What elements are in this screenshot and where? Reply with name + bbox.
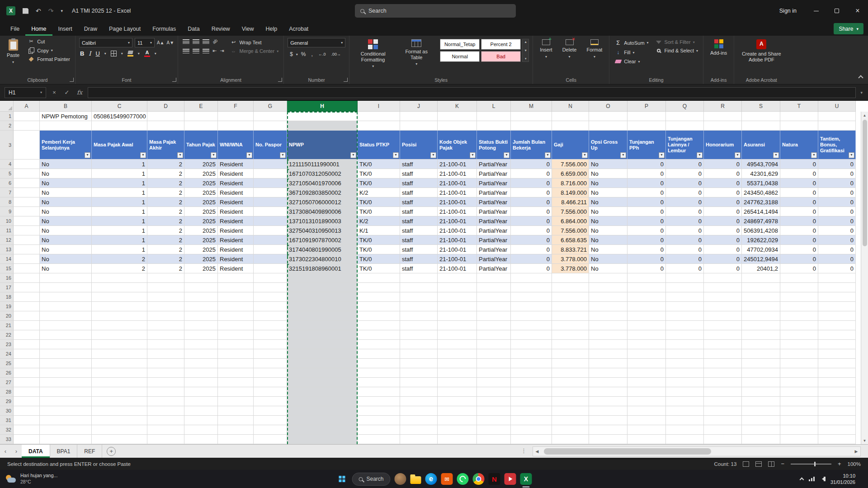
increase-decimal-icon[interactable]: ←.0 bbox=[316, 52, 328, 56]
cell-T1[interactable] bbox=[780, 112, 818, 121]
cell-S30[interactable] bbox=[742, 406, 780, 416]
cell-R29[interactable] bbox=[704, 397, 742, 406]
cell-I29[interactable] bbox=[358, 397, 400, 406]
cell-K9[interactable]: 21-100-01 bbox=[438, 207, 477, 216]
sign-in-button[interactable]: Sign in bbox=[770, 8, 806, 14]
cell-I33[interactable] bbox=[358, 435, 400, 444]
cell-H10[interactable]: 1371013101890003 bbox=[287, 216, 358, 226]
cell-R22[interactable] bbox=[704, 330, 742, 340]
cell-T24[interactable] bbox=[780, 349, 818, 359]
styles-scroll-up-icon[interactable]: ▲ bbox=[524, 40, 527, 43]
cell-C27[interactable] bbox=[92, 378, 147, 387]
cell-K23[interactable] bbox=[438, 340, 477, 349]
align-center-icon[interactable] bbox=[193, 49, 199, 53]
horizontal-scrollbar[interactable]: ◀ ▶ bbox=[533, 446, 861, 456]
cell-H8[interactable]: 3271050706000012 bbox=[287, 197, 358, 207]
cell-G26[interactable] bbox=[254, 368, 287, 378]
cell-C8[interactable]: 1 bbox=[92, 197, 147, 207]
cell-H28[interactable] bbox=[287, 387, 358, 397]
cell-E24[interactable] bbox=[184, 349, 218, 359]
styles-scroll-down-icon[interactable]: ▼ bbox=[524, 49, 527, 52]
cell-P5[interactable]: 0 bbox=[627, 169, 666, 178]
cell-C22[interactable] bbox=[92, 330, 147, 340]
cell-J10[interactable]: staff bbox=[400, 216, 438, 226]
cell-H11[interactable]: 3275040310950013 bbox=[287, 226, 358, 235]
cell-B7[interactable]: No bbox=[40, 188, 92, 197]
cell-K7[interactable]: 21-100-01 bbox=[438, 188, 477, 197]
cell-B6[interactable]: No bbox=[40, 178, 92, 188]
cell-R2[interactable] bbox=[704, 121, 742, 131]
cell-D25[interactable] bbox=[147, 359, 184, 368]
cell-J5[interactable]: staff bbox=[400, 169, 438, 178]
cell-B23[interactable] bbox=[40, 340, 92, 349]
filter-button-H[interactable]: ▼ bbox=[350, 152, 356, 158]
cell-D20[interactable] bbox=[147, 311, 184, 321]
cell-O26[interactable] bbox=[589, 368, 627, 378]
cell-Q26[interactable] bbox=[666, 368, 704, 378]
cell-S33[interactable] bbox=[742, 435, 780, 444]
cell-O4[interactable]: No bbox=[589, 160, 627, 169]
cell-A13[interactable] bbox=[14, 245, 40, 254]
cell-T27[interactable] bbox=[780, 378, 818, 387]
cell-R24[interactable] bbox=[704, 349, 742, 359]
cell-D30[interactable] bbox=[147, 406, 184, 416]
cell-K8[interactable]: 21-100-01 bbox=[438, 197, 477, 207]
cell-B17[interactable] bbox=[40, 283, 92, 292]
cell-F2[interactable] bbox=[218, 121, 254, 131]
cell-P23[interactable] bbox=[627, 340, 666, 349]
cell-B26[interactable] bbox=[40, 368, 92, 378]
cell-L30[interactable] bbox=[477, 406, 511, 416]
row-header-6[interactable]: 6 bbox=[0, 178, 14, 188]
menu-tab-view[interactable]: View bbox=[236, 22, 260, 36]
cell-P10[interactable]: 0 bbox=[627, 216, 666, 226]
menu-tab-insert[interactable]: Insert bbox=[52, 22, 78, 36]
cell-E7[interactable]: 2025 bbox=[184, 188, 218, 197]
cell-T9[interactable]: 0 bbox=[780, 207, 818, 216]
cell-A14[interactable] bbox=[14, 254, 40, 264]
cell-J4[interactable]: staff bbox=[400, 160, 438, 169]
cell-Q29[interactable] bbox=[666, 397, 704, 406]
cell-I4[interactable]: TK/0 bbox=[358, 160, 400, 169]
weather-widget[interactable]: Hari hujan yang... 28°C bbox=[0, 473, 63, 485]
column-header-R[interactable]: R bbox=[704, 101, 742, 112]
cell-B12[interactable]: No bbox=[40, 235, 92, 245]
cell-M10[interactable]: 0 bbox=[511, 216, 552, 226]
cell-J13[interactable]: staff bbox=[400, 245, 438, 254]
cell-O24[interactable] bbox=[589, 349, 627, 359]
cell-K27[interactable] bbox=[438, 378, 477, 387]
row-header-1[interactable]: 1 bbox=[0, 112, 14, 121]
column-header-L[interactable]: L bbox=[477, 101, 511, 112]
cell-B29[interactable] bbox=[40, 397, 92, 406]
cell-F4[interactable]: Resident bbox=[218, 160, 254, 169]
cell-P14[interactable]: 0 bbox=[627, 254, 666, 264]
cell-C17[interactable] bbox=[92, 283, 147, 292]
cell-T32[interactable] bbox=[780, 425, 818, 435]
cell-I7[interactable]: K/2 bbox=[358, 188, 400, 197]
cell-P15[interactable]: 0 bbox=[627, 264, 666, 273]
cell-L24[interactable] bbox=[477, 349, 511, 359]
cell-A7[interactable] bbox=[14, 188, 40, 197]
cell-U8[interactable]: 0 bbox=[818, 197, 856, 207]
cell-U12[interactable]: 0 bbox=[818, 235, 856, 245]
cell-L28[interactable] bbox=[477, 387, 511, 397]
cell-O32[interactable] bbox=[589, 425, 627, 435]
cell-K29[interactable] bbox=[438, 397, 477, 406]
cell-L14[interactable]: PartialYear bbox=[477, 254, 511, 264]
cell-G7[interactable] bbox=[254, 188, 287, 197]
cell-T17[interactable] bbox=[780, 283, 818, 292]
cell-C5[interactable]: 1 bbox=[92, 169, 147, 178]
align-bottom-icon[interactable] bbox=[203, 39, 209, 44]
cell-E9[interactable]: 2025 bbox=[184, 207, 218, 216]
cell-C19[interactable] bbox=[92, 302, 147, 311]
menu-tab-file[interactable]: File bbox=[5, 22, 25, 36]
menu-tab-formulas[interactable]: Formulas bbox=[146, 22, 182, 36]
cell-I17[interactable] bbox=[358, 283, 400, 292]
cell-style-normal[interactable]: Normal bbox=[440, 51, 480, 62]
start-button[interactable] bbox=[336, 473, 348, 485]
cell-S31[interactable] bbox=[742, 416, 780, 425]
table-header-T[interactable]: Natura▼ bbox=[780, 131, 818, 160]
cell-G25[interactable] bbox=[254, 359, 287, 368]
cell-D10[interactable]: 2 bbox=[147, 216, 184, 226]
cell-R12[interactable]: 0 bbox=[704, 235, 742, 245]
cell-E18[interactable] bbox=[184, 292, 218, 302]
